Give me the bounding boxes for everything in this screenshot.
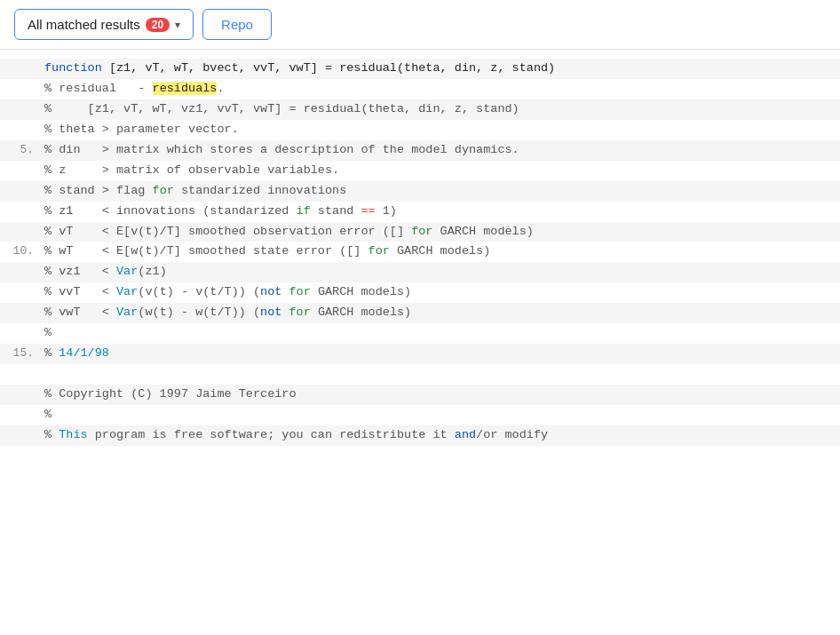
- line-content: % stand > flag for standarized innovatio…: [44, 181, 840, 202]
- code-line-17: % Copyright (C) 1997 Jaime Terceiro: [0, 385, 840, 405]
- code-line-13: % vwT < Var(w(t) - w(t/T)) (not for GARC…: [0, 303, 840, 323]
- code-line-2: % residual - residuals.: [0, 79, 840, 99]
- all-matched-button[interactable]: All matched results 20 ▾: [14, 9, 194, 40]
- code-line-6: % z > matrix of observable variables.: [0, 161, 840, 181]
- line-content: % vT < E[v(t)/T] smoothed observation er…: [44, 222, 840, 242]
- line-content: % 14/1/98: [44, 344, 840, 364]
- code-line-18: %: [0, 405, 840, 425]
- line-content: % vz1 < Var(z1): [44, 262, 840, 282]
- line-number: 10.: [0, 242, 44, 261]
- code-line-16: [0, 364, 840, 385]
- line-content: function [z1, vT, wT, bvect, vvT, vwT] =…: [44, 59, 840, 79]
- code-line-1: function [z1, vT, wT, bvect, vvT, vwT] =…: [0, 59, 840, 79]
- line-number: 5.: [0, 140, 44, 160]
- code-line-11: % vz1 < Var(z1): [0, 262, 840, 282]
- line-content: % wT < E[w(t)/T] smoothed state error ([…: [44, 242, 840, 262]
- code-line-14: %: [0, 323, 840, 344]
- code-line-8: % z1 < innovations (standarized if stand…: [0, 202, 840, 222]
- toolbar: All matched results 20 ▾ Repo: [0, 0, 840, 50]
- line-number: 15.: [0, 344, 44, 363]
- code-line-5: 5. % din > matrix which stores a descrip…: [0, 140, 840, 161]
- code-line-7: % stand > flag for standarized innovatio…: [0, 181, 840, 202]
- repo-button[interactable]: Repo: [202, 9, 272, 40]
- line-content: % Copyright (C) 1997 Jaime Terceiro: [44, 385, 840, 405]
- line-content: % din > matrix which stores a descriptio…: [44, 140, 840, 161]
- code-line-3: % [z1, vT, wT, vz1, vvT, vwT] = residual…: [0, 99, 840, 120]
- line-content: % This program is free software; you can…: [44, 425, 840, 446]
- all-matched-label: All matched results: [28, 17, 140, 32]
- line-content: %: [44, 405, 840, 425]
- code-line-4: % theta > parameter vector.: [0, 120, 840, 140]
- code-line-9: % vT < E[v(t)/T] smoothed observation er…: [0, 222, 840, 242]
- code-line-10: 10. % wT < E[w(t)/T] smoothed state erro…: [0, 242, 840, 262]
- line-content: % vvT < Var(v(t) - v(t/T)) (not for GARC…: [44, 282, 840, 303]
- code-line-15: 15. % 14/1/98: [0, 344, 840, 364]
- line-content: %: [44, 323, 840, 344]
- code-area: function [z1, vT, wT, bvect, vvT, vwT] =…: [0, 50, 840, 455]
- line-content: [44, 364, 840, 385]
- line-content: % residual - residuals.: [44, 79, 840, 99]
- line-content: % vwT < Var(w(t) - w(t/T)) (not for GARC…: [44, 303, 840, 323]
- line-content: % [z1, vT, wT, vz1, vvT, vwT] = residual…: [44, 99, 840, 120]
- chevron-down-icon: ▾: [175, 19, 180, 31]
- code-line-19: % This program is free software; you can…: [0, 425, 840, 446]
- line-content: % z1 < innovations (standarized if stand…: [44, 202, 840, 222]
- line-content: % theta > parameter vector.: [44, 120, 840, 140]
- result-count-badge: 20: [146, 18, 170, 32]
- code-line-12: % vvT < Var(v(t) - v(t/T)) (not for GARC…: [0, 282, 840, 303]
- line-content: % z > matrix of observable variables.: [44, 161, 840, 181]
